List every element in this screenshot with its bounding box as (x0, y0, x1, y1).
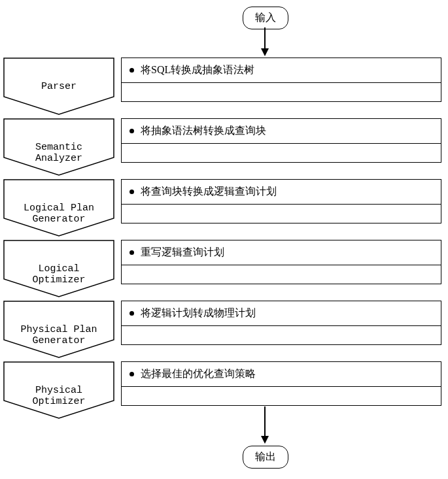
stage-parser: Parser 将SQL转换成抽象语法树 (3, 58, 441, 115)
description-text: 将抽象语法树转换成查询块 (141, 124, 266, 138)
arrow-down-icon (261, 48, 269, 56)
stage-label: Logical Plan Generator (3, 203, 114, 225)
chevron-shape: Logical Optimizer (3, 240, 114, 297)
stage-logical-optimizer: Logical Optimizer 重写逻辑查询计划 (3, 240, 441, 297)
description-box: 将逻辑计划转成物理计划 (121, 301, 441, 345)
stage-physical-optimizer: Physical Optimizer 选择最佳的优化查询策略 (3, 361, 441, 419)
bullet-icon (129, 129, 134, 133)
description-text: 将SQL转换成抽象语法树 (141, 63, 254, 77)
description-text: 将查询块转换成逻辑查询计划 (141, 185, 277, 199)
bullet-icon (129, 311, 134, 316)
chevron-shape: Parser (3, 58, 114, 115)
description-box: 选择最佳的优化查询策略 (121, 361, 441, 406)
chevron-shape: Semantic Analyzer (3, 118, 114, 176)
chevron-shape: Physical Plan Generator (3, 301, 114, 358)
description-box: 将抽象语法树转换成查询块 (121, 118, 441, 163)
chevron-shape: Logical Plan Generator (3, 179, 114, 237)
stage-label: Logical Optimizer (3, 263, 114, 286)
description-text: 重写逻辑查询计划 (141, 246, 224, 259)
description-box: 将查询块转换成逻辑查询计划 (121, 179, 441, 223)
stage-label: Physical Plan Generator (3, 324, 114, 346)
bullet-icon (129, 68, 134, 73)
stage-semantic-analyzer: Semantic Analyzer 将抽象语法树转换成查询块 (3, 118, 441, 176)
output-terminal: 输出 (243, 446, 288, 469)
stage-physical-plan-generator: Physical Plan Generator 将逻辑计划转成物理计划 (3, 301, 441, 358)
bullet-icon (129, 250, 134, 255)
description-text: 将逻辑计划转成物理计划 (141, 306, 256, 320)
stage-label: Semantic Analyzer (3, 142, 114, 164)
input-terminal: 输入 (243, 7, 288, 29)
chevron-shape: Physical Optimizer (3, 361, 114, 419)
description-box: 将SQL转换成抽象语法树 (121, 58, 441, 102)
description-box: 重写逻辑查询计划 (121, 240, 441, 284)
stage-label: Physical Optimizer (3, 385, 114, 407)
arrow-down-icon (261, 436, 269, 444)
description-text: 选择最佳的优化查询策略 (141, 367, 256, 381)
stage-label: Parser (3, 81, 114, 92)
stage-logical-plan-generator: Logical Plan Generator 将查询块转换成逻辑查询计划 (3, 179, 441, 237)
bullet-icon (129, 190, 134, 194)
bullet-icon (129, 372, 134, 376)
